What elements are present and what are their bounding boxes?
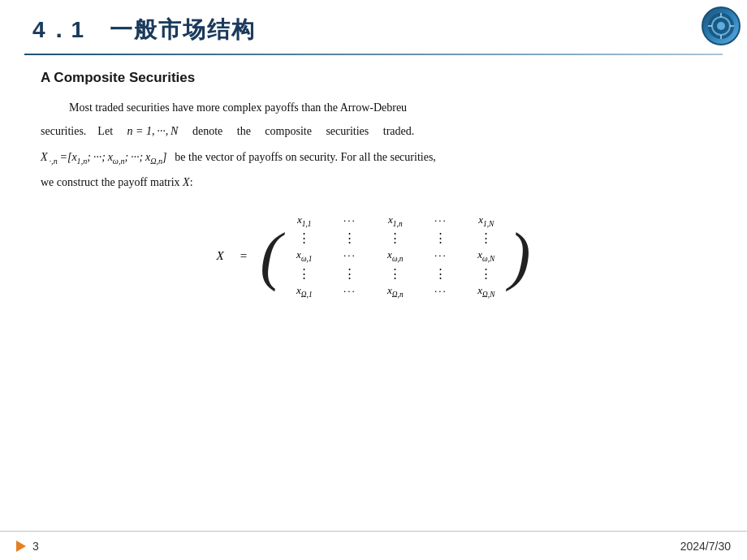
logo [702, 6, 741, 45]
paragraph-4: we construct the payoff matrix X: [41, 172, 706, 194]
slide-footer: 3 2024/7/30 [0, 531, 747, 560]
svg-point-2 [717, 22, 725, 30]
cell-3-3: xω,n [381, 248, 410, 263]
slide: 4．1 一般市场结构 A Composite Securities Most t… [0, 0, 747, 560]
cell-1-2: ··· [335, 214, 365, 227]
cell-5-1: xΩ,1 [290, 284, 319, 299]
cell-2-4: ⋮ [426, 230, 456, 245]
cell-1-3: x1,n [381, 213, 410, 228]
footer-arrow-icon [16, 541, 26, 552]
matrix-grid: x1,1 ··· x1,n ··· x1,N ⋮ ⋮ ⋮ ⋮ ⋮ xω,1 ·· [282, 209, 509, 304]
cell-2-1: ⋮ [290, 230, 319, 245]
section-heading: A Composite Securities [41, 70, 706, 86]
bracket-left: ( [260, 209, 282, 304]
cell-5-5: xΩ,N [472, 284, 501, 299]
logo-circle [702, 6, 741, 45]
cell-3-5: xω,N [472, 248, 501, 263]
paragraph-1: Most traded securities have more complex… [41, 97, 706, 119]
paragraph-3: X ·,n =[x1,n; ···; xω,n; ···; xΩ,n] be t… [41, 147, 706, 169]
cell-2-2: ⋮ [335, 230, 365, 245]
cell-5-3: xΩ,n [381, 284, 410, 299]
cell-4-4: ⋮ [426, 266, 456, 281]
math-vector: X ·,n =[x1,n; ···; xω,n; ···; xΩ,n] [41, 151, 170, 163]
cell-3-1: xω,1 [290, 248, 319, 263]
paragraph-2: securities. Let n = 1, ···, N denote the… [41, 121, 706, 143]
cell-2-3: ⋮ [381, 230, 410, 245]
matrix-bracket-group: ( x1,1 ··· x1,n ··· x1,N ⋮ ⋮ ⋮ ⋮ ⋮ [260, 209, 530, 304]
cell-3-4: ··· [426, 249, 456, 262]
cell-2-5: ⋮ [472, 230, 501, 245]
cell-1-1: x1,1 [290, 213, 319, 228]
matrix-equals: = [240, 249, 247, 263]
matrix-equation: X = ( x1,1 ··· x1,n ··· x1,N ⋮ ⋮ ⋮ [217, 209, 531, 304]
footer-date: 2024/7/30 [680, 540, 731, 553]
slide-title: 4．1 一般市场结构 [0, 0, 747, 54]
slide-content: A Composite Securities Most traded secur… [0, 55, 747, 531]
matrix-container: X = ( x1,1 ··· x1,n ··· x1,N ⋮ ⋮ ⋮ [41, 209, 706, 304]
cell-5-4: ··· [426, 285, 456, 298]
cell-4-2: ⋮ [335, 266, 365, 281]
footer-page-number: 3 [32, 540, 39, 553]
cell-5-2: ··· [335, 285, 365, 298]
footer-left: 3 [16, 540, 39, 553]
cell-4-3: ⋮ [381, 266, 410, 281]
matrix-label: X [217, 249, 224, 263]
cell-3-2: ··· [335, 249, 365, 262]
cell-4-1: ⋮ [290, 266, 319, 281]
cell-1-4: ··· [426, 214, 456, 227]
bracket-right: ) [509, 209, 531, 304]
cell-1-5: x1,N [472, 213, 501, 228]
math-n: n = 1, ···, N [127, 125, 179, 137]
cell-4-5: ⋮ [472, 266, 501, 281]
